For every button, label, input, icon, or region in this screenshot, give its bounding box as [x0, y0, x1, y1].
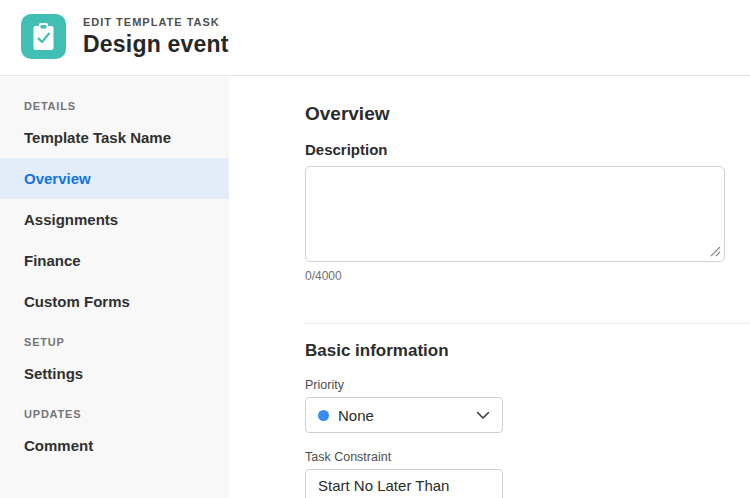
section-divider	[305, 323, 750, 324]
task-constraint-select[interactable]: Start No Later Than	[305, 469, 503, 498]
priority-value: None	[338, 407, 468, 424]
description-field-wrap	[305, 166, 725, 262]
chevron-down-icon	[476, 411, 490, 420]
basic-information-heading: Basic information	[305, 341, 750, 361]
sidebar-item-overview[interactable]: Overview	[0, 158, 229, 199]
header-text: EDIT TEMPLATE TASK Design event	[83, 16, 229, 58]
sidebar-item-custom-forms[interactable]: Custom Forms	[0, 281, 229, 322]
page-title: Design event	[83, 31, 229, 58]
description-textarea[interactable]	[305, 166, 725, 262]
sidebar-section-label-updates: UPDATES	[0, 406, 229, 422]
priority-label: Priority	[305, 378, 750, 392]
sidebar: DETAILSTemplate Task NameOverviewAssignm…	[0, 77, 229, 498]
section-title-overview: Overview	[305, 103, 750, 125]
priority-select[interactable]: None	[305, 397, 503, 433]
sidebar-item-finance[interactable]: Finance	[0, 240, 229, 281]
main-panel: Overview Description 0/4000 Basic inform…	[229, 77, 750, 498]
sidebar-section-label-setup: SETUP	[0, 334, 229, 350]
dialog-eyebrow: EDIT TEMPLATE TASK	[83, 16, 229, 28]
edit-template-task-dialog: EDIT TEMPLATE TASK Design event DETAILST…	[0, 0, 750, 498]
sidebar-item-assignments[interactable]: Assignments	[0, 199, 229, 240]
sidebar-item-template-task-name[interactable]: Template Task Name	[0, 117, 229, 158]
sidebar-section-label-details: DETAILS	[0, 98, 229, 114]
clipboard-check-icon	[21, 14, 66, 59]
priority-none-dot-icon	[318, 410, 329, 421]
sidebar-item-settings[interactable]: Settings	[0, 353, 229, 394]
character-counter: 0/4000	[305, 269, 750, 283]
task-constraint-label: Task Constraint	[305, 450, 750, 464]
sidebar-item-comment[interactable]: Comment	[0, 425, 229, 466]
task-constraint-value: Start No Later Than	[318, 477, 490, 494]
dialog-header: EDIT TEMPLATE TASK Design event	[0, 0, 750, 76]
description-label: Description	[305, 141, 750, 158]
